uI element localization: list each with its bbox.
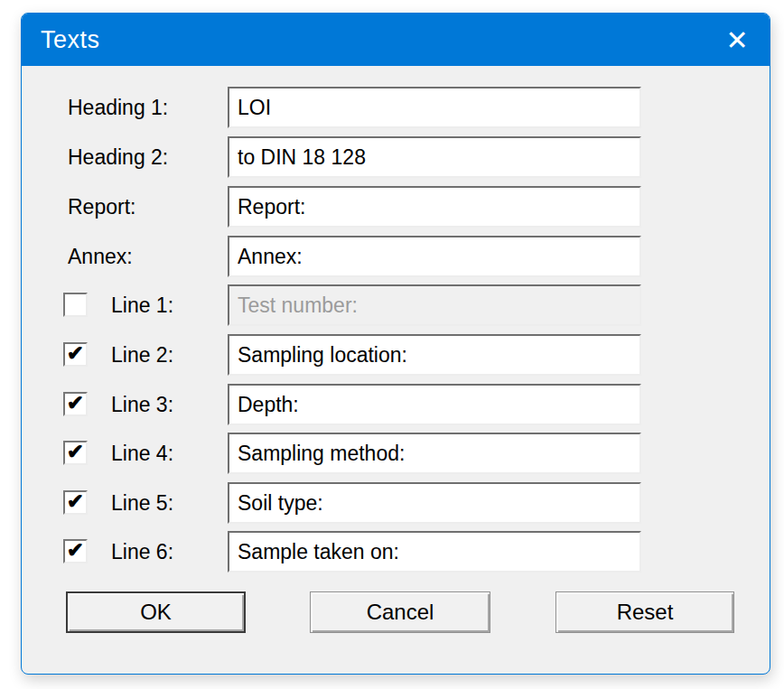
report-input[interactable] [228, 186, 641, 228]
heading1-input[interactable] [228, 87, 641, 128]
heading1-row: Heading 1: [22, 87, 770, 128]
cancel-button[interactable]: Cancel [310, 591, 490, 633]
report-label: Report: [68, 186, 135, 228]
line-row-1: Line 1: [22, 284, 770, 326]
line2-label[interactable]: Line 2: [111, 334, 173, 376]
annex-input[interactable] [228, 236, 641, 277]
line3-label[interactable]: Line 3: [111, 384, 173, 425]
line5-input[interactable] [228, 482, 641, 524]
close-icon[interactable]: ✕ [708, 14, 766, 66]
line3-checkbox[interactable]: ✔ [63, 392, 88, 416]
heading2-input[interactable] [228, 136, 641, 178]
line3-input[interactable] [228, 384, 641, 425]
ok-button[interactable]: OK [66, 591, 246, 633]
line6-label[interactable]: Line 6: [111, 531, 173, 573]
line1-input[interactable] [228, 284, 641, 326]
heading1-label: Heading 1: [68, 87, 168, 128]
heading2-row: Heading 2: [22, 136, 770, 178]
line-row-4: ✔ Line 4: [22, 433, 770, 474]
dialog-title: Texts [22, 26, 708, 54]
line4-input[interactable] [228, 433, 641, 474]
line2-checkbox[interactable]: ✔ [63, 342, 88, 367]
line-row-2: ✔ Line 2: [22, 334, 770, 376]
line5-checkbox[interactable]: ✔ [63, 490, 88, 515]
annex-row: Annex: [22, 236, 770, 277]
line6-input[interactable] [228, 531, 641, 573]
line-row-5: ✔ Line 5: [22, 482, 770, 524]
dialog-body: Heading 1: Heading 2: Report: Annex: Lin… [22, 66, 770, 674]
texts-dialog: Texts ✕ Heading 1: Heading 2: Report: An… [21, 13, 770, 675]
line6-checkbox[interactable]: ✔ [63, 539, 88, 563]
reset-button[interactable]: Reset [555, 591, 734, 633]
heading2-label: Heading 2: [68, 136, 168, 178]
line-row-6: ✔ Line 6: [22, 531, 770, 573]
report-row: Report: [22, 186, 770, 228]
dialog-titlebar[interactable]: Texts ✕ [22, 14, 770, 66]
line2-input[interactable] [228, 334, 641, 376]
line4-label[interactable]: Line 4: [111, 433, 173, 474]
line1-checkbox[interactable] [63, 293, 88, 317]
line5-label[interactable]: Line 5: [111, 482, 173, 524]
line-row-3: ✔ Line 3: [22, 384, 770, 425]
line4-checkbox[interactable]: ✔ [63, 441, 88, 465]
annex-label: Annex: [68, 236, 133, 277]
line1-label[interactable]: Line 1: [111, 284, 173, 326]
